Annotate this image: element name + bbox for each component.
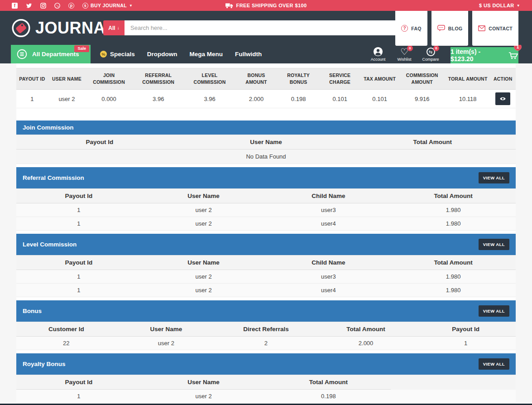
caret-down-icon: ▼ — [129, 4, 133, 8]
section-column-header: User Name — [141, 189, 266, 203]
section-cell: user4 — [266, 217, 391, 230]
blog-label: BLOG — [448, 26, 463, 31]
content: PAYOUT IDUSER NAMEJOIN COMMISSIONREFERRA… — [16, 63, 516, 403]
facebook-icon[interactable]: f — [12, 3, 18, 9]
view-all-button[interactable]: VIEW ALL — [479, 239, 509, 250]
section-cell: user3 — [266, 270, 391, 283]
compare-count-badge: 0 — [433, 45, 439, 51]
payout-cell: 1 — [16, 90, 48, 108]
menu-item-specials[interactable]: %Specials — [100, 51, 135, 58]
search-category-label: All — [108, 25, 115, 31]
section-cell: 1 — [16, 270, 141, 283]
wishlist-count-badge: 0 — [407, 45, 413, 51]
view-all-button[interactable]: VIEW ALL — [479, 305, 509, 317]
payout-cell: 3.96 — [184, 90, 235, 108]
buy-journal-label: BUY JOURNAL — [91, 3, 127, 8]
header-links: ? FAQ BLOG CONTACT — [395, 11, 518, 46]
caret-down-icon: ↓ — [117, 25, 120, 30]
payout-col-header: SERVICE CHARGE — [319, 68, 361, 90]
payout-col-header: REFERRAL COMMISSION — [132, 68, 184, 90]
section-header: BonusVIEW ALL — [16, 300, 516, 322]
menu-item-label: Specials — [110, 51, 135, 58]
all-departments-button[interactable]: All Departments Sale — [11, 45, 91, 63]
section-cell: 1.980 — [391, 284, 516, 297]
view-all-button[interactable]: VIEW ALL — [479, 358, 509, 370]
hamburger-circle-icon — [17, 49, 27, 59]
section-title: Level Commission — [23, 241, 77, 248]
section-column-header: User Name — [183, 135, 350, 149]
cart-icon — [508, 51, 518, 60]
payout-cell: user 2 — [48, 90, 86, 108]
currency-selector[interactable]: $ US DOLLAR ▼ — [479, 3, 520, 8]
faq-link[interactable]: ? FAQ — [395, 11, 427, 46]
section-data-row: 22user 222.0001 — [16, 337, 516, 350]
contact-link[interactable]: CONTACT — [472, 11, 518, 46]
section-column-header: Total Amount — [316, 322, 416, 337]
search-bar: All ↓ — [103, 20, 417, 35]
instagram-icon[interactable] — [40, 3, 46, 9]
blog-link[interactable]: BLOG — [431, 11, 469, 46]
sale-badge: Sale — [74, 45, 89, 52]
menu-item-dropdown[interactable]: Dropdown — [147, 51, 177, 58]
section-column-header: Child Name — [266, 189, 391, 203]
section-column-header: Payout Id — [16, 375, 141, 390]
section-cell: 1.980 — [391, 217, 516, 230]
section-column-header: Payout Id — [416, 322, 516, 337]
section-cell: user 2 — [141, 217, 266, 230]
payout-data-row: 1user 20.0003.963.962.0000.1980.1010.101… — [16, 90, 516, 108]
section-cell: user 2 — [141, 390, 266, 403]
view-all-button[interactable]: VIEW ALL — [479, 172, 509, 183]
section-data-row: 1user 2user31.980 — [16, 203, 516, 217]
header: JOURNAL All ↓ ? FAQ BLOG CONTACT — [0, 11, 532, 45]
menu-item-fullwidth[interactable]: Fullwidth — [235, 51, 262, 58]
view-details-eye-button[interactable] — [495, 92, 510, 105]
section-header: Referral CommissionVIEW ALL — [16, 167, 516, 188]
section-column-header: Total Amount — [266, 375, 391, 390]
cart-button[interactable]: 1 item(s) - $123.20 1 — [451, 47, 518, 63]
section-cell: 1.980 — [391, 270, 516, 283]
twitter-icon[interactable] — [26, 3, 32, 9]
section-cell: 2 — [216, 337, 316, 350]
section-cell: 22 — [16, 337, 116, 350]
section-data-row: 1user 2user31.980 — [16, 270, 516, 284]
account-button[interactable]: Account — [368, 46, 388, 62]
section-referral-commission: Referral CommissionVIEW ALLPayout IdUser… — [16, 167, 516, 231]
section-cell: 1 — [16, 284, 141, 297]
section-royalty-bonus: Royalty BonusVIEW ALLPayout IdUser NameT… — [16, 353, 516, 403]
section-column-header: Total Amount — [391, 189, 516, 203]
menu-item-label: Dropdown — [147, 51, 177, 58]
nav-menu: %SpecialsDropdownMega MenuFullwidth — [100, 45, 262, 63]
payout-col-header: TORAL AMOUNT — [446, 68, 490, 90]
section-cell: 1 — [16, 203, 141, 217]
section-column-header-row: Payout IdUser NameTotal Amount — [16, 375, 516, 390]
compare-button[interactable]: ⇆ 0 Compare — [420, 46, 441, 62]
buy-journal-link[interactable]: $ BUY JOURNAL ▼ — [82, 3, 133, 9]
search-category-button[interactable]: All ↓ — [103, 20, 125, 35]
no-data-row: No Data Found — [16, 149, 516, 164]
section-column-header-row: Payout IdUser NameChild NameTotal Amount — [16, 188, 516, 203]
menu-item-label: Fullwidth — [235, 51, 262, 58]
payout-col-header: BONUS AMOUNT — [235, 68, 278, 90]
section-bonus: BonusVIEW ALLCustomer IdUser NameDirect … — [16, 300, 516, 350]
pinterest-icon[interactable]: p — [68, 3, 74, 9]
wishlist-button[interactable]: ♡ 0 Wishlist — [394, 46, 415, 62]
whatsapp-icon[interactable] — [54, 3, 60, 9]
section-column-header: User Name — [141, 375, 266, 390]
section-data-row: 1user 20.198 — [16, 390, 516, 403]
section-header: Level CommissionVIEW ALL — [16, 234, 516, 255]
logo[interactable]: JOURNAL — [11, 18, 116, 38]
percent-coin-icon: % — [100, 51, 107, 58]
section-column-header: Total Amount — [391, 256, 516, 270]
section-column-header-row: Customer IdUser NameDirect ReferralsTota… — [16, 322, 516, 337]
section-column-header-row: Payout IdUser NameTotal Amount — [16, 135, 516, 149]
payout-header-row: PAYOUT IDUSER NAMEJOIN COMMISSIONREFERRA… — [16, 68, 516, 90]
menu-item-mega-menu[interactable]: Mega Menu — [190, 51, 223, 58]
search-input[interactable] — [125, 20, 401, 35]
payout-col-header: JOIN COMMISSION — [86, 68, 132, 90]
main-nav: All Departments Sale %SpecialsDropdownMe… — [0, 45, 532, 63]
payout-col-header: COMMISSION AMOUNT — [399, 68, 446, 90]
payout-cell: 10.118 — [446, 90, 490, 108]
faq-label: FAQ — [411, 26, 422, 31]
payout-col-header: ROYALTY BONUS — [278, 68, 319, 90]
section-cell: user 2 — [141, 270, 266, 283]
